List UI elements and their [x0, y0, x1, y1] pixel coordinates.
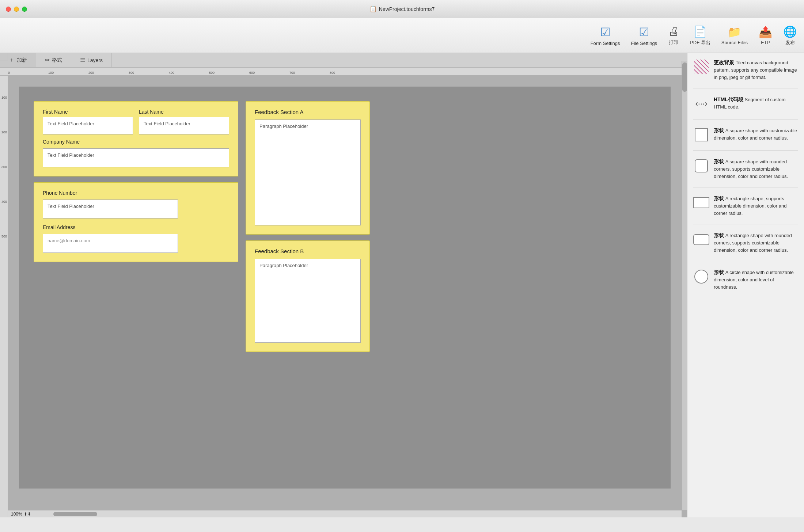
html-code-icon: ‹···›	[695, 99, 708, 109]
publish-label: 发布	[785, 39, 795, 46]
file-settings-icon: ☑	[639, 25, 649, 39]
email-address-label: Email Address	[43, 224, 229, 230]
zoom-bar: 100% ⬆⬇	[8, 510, 682, 517]
shape-rect-title: 形状	[714, 195, 724, 201]
format-icon: ✏	[45, 57, 50, 64]
form-section-2: Phone Number Text Field Placeholder Emai…	[34, 182, 238, 262]
source-files-icon: 📁	[728, 26, 741, 38]
zoom-stepper[interactable]: ⬆⬇	[24, 512, 31, 517]
html-code-title: HTML代码段	[714, 96, 743, 102]
phone-number-label: Phone Number	[43, 190, 229, 196]
tab-format[interactable]: ✏ 格式	[36, 53, 71, 67]
ruler-corner	[0, 53, 8, 61]
name-row: First Name Text Field Placeholder Last N…	[43, 109, 229, 134]
html-code-text: HTML代码段 Segment of custom HTML code.	[714, 96, 798, 111]
shape-square-rounded-icon-box	[693, 158, 709, 174]
shape-circle-description: A circle shape with customizable dimensi…	[714, 270, 794, 290]
panel-item-html-code[interactable]: ‹···› HTML代码段 Segment of custom HTML cod…	[693, 96, 798, 112]
shape-square-rounded-icon	[695, 159, 708, 172]
panel-item-shape-rect-rounded[interactable]: 形状 A rectangle shape with rounded corner…	[693, 232, 798, 254]
feedback-section-a: Feedback Section A Paragraph Placeholder	[246, 101, 370, 235]
background-icon	[694, 60, 709, 74]
canvas-scroll[interactable]: First Name Text Field Placeholder Last N…	[8, 76, 682, 510]
email-address-field[interactable]: name@domain.com	[43, 234, 178, 253]
phone-number-group: Phone Number Text Field Placeholder	[43, 190, 229, 218]
panel-item-shape-circle[interactable]: 形状 A circle shape with customizable dime…	[693, 269, 798, 290]
first-name-group: First Name Text Field Placeholder	[43, 109, 133, 134]
zoom-level: 100%	[11, 512, 22, 517]
main-layout: ＋ 加新 ✏ 格式 ☰ Layers 0 100 200 300 400 500	[0, 53, 804, 517]
print-button[interactable]: 🖨 打印	[668, 25, 679, 46]
add-new-icon: ＋	[9, 56, 15, 64]
last-name-field[interactable]: Text Field Placeholder	[139, 117, 229, 134]
background-title: 更改背景	[714, 60, 734, 65]
tabbar: ＋ 加新 ✏ 格式 ☰ Layers	[0, 53, 687, 68]
titlebar: 📋 NewProject.touchforms7	[0, 0, 804, 18]
shape-circle-text: 形状 A circle shape with customizable dime…	[714, 269, 798, 290]
file-settings-label: File Settings	[631, 41, 657, 46]
panel-item-background[interactable]: 更改背景 Tiled canvas background pattern, su…	[693, 59, 798, 81]
source-files-button[interactable]: 📁 Source Files	[721, 26, 748, 45]
feedback-b-field[interactable]: Paragraph Placeholder	[255, 259, 361, 343]
divider-5	[693, 224, 798, 224]
background-icon-box	[693, 59, 709, 75]
vertical-scrollbar[interactable]	[682, 61, 687, 510]
print-icon: 🖨	[668, 25, 679, 38]
shape-square-text: 形状 A square shape with customizable dime…	[714, 127, 798, 142]
background-text: 更改背景 Tiled canvas background pattern, su…	[714, 59, 798, 81]
form-settings-button[interactable]: ☑ Form Settings	[591, 25, 620, 46]
shape-square-rounded-text: 形状 A square shape with rounded corners, …	[714, 158, 798, 180]
shape-rect-text: 形状 A rectangle shape, supports customiza…	[714, 195, 798, 217]
tab-layers[interactable]: ☰ Layers	[71, 53, 112, 67]
shape-rect-rounded-text: 形状 A rectangle shape with rounded corner…	[714, 232, 798, 254]
last-name-group: Last Name Text Field Placeholder	[139, 109, 229, 134]
ftp-icon: 📤	[759, 26, 772, 38]
left-column: First Name Text Field Placeholder Last N…	[34, 101, 238, 262]
canvas-area[interactable]: ＋ 加新 ✏ 格式 ☰ Layers 0 100 200 300 400 500	[0, 53, 687, 517]
divider-2	[693, 119, 798, 119]
layers-icon: ☰	[80, 57, 85, 64]
divider-6	[693, 261, 798, 261]
phone-number-field[interactable]: Text Field Placeholder	[43, 200, 178, 218]
ftp-button[interactable]: 📤 FTP	[759, 26, 772, 45]
traffic-lights	[6, 7, 27, 12]
company-name-field[interactable]: Text Field Placeholder	[43, 148, 229, 167]
shape-circle-icon	[694, 270, 708, 284]
maximize-button[interactable]	[22, 7, 27, 12]
publish-button[interactable]: 🌐 发布	[783, 25, 797, 46]
email-address-group: Email Address name@domain.com	[43, 224, 229, 253]
first-name-label: First Name	[43, 109, 133, 115]
panel-item-shape-square[interactable]: 形状 A square shape with customizable dime…	[693, 127, 798, 143]
close-button[interactable]	[6, 7, 11, 12]
app-icon: 📋	[369, 5, 377, 12]
ftp-label: FTP	[761, 40, 770, 45]
ruler-top: 0 100 200 300 400 500 600 700 800	[0, 68, 682, 76]
shape-circle-title: 形状	[714, 269, 724, 275]
panel-item-shape-square-rounded[interactable]: 形状 A square shape with rounded corners, …	[693, 158, 798, 180]
shape-rect-icon	[693, 197, 709, 208]
feedback-section-b: Feedback Section B Paragraph Placeholder	[246, 240, 370, 352]
panel-item-shape-rect[interactable]: 形状 A rectangle shape, supports customiza…	[693, 195, 798, 217]
file-settings-button[interactable]: ☑ File Settings	[631, 25, 657, 46]
shape-square-description: A square shape with customizable dimensi…	[714, 128, 797, 141]
source-files-label: Source Files	[721, 40, 748, 45]
print-label: 打印	[669, 39, 678, 46]
first-name-field[interactable]: Text Field Placeholder	[43, 117, 133, 134]
shape-rect-rounded-icon-box	[693, 232, 709, 248]
last-name-label: Last Name	[139, 109, 229, 115]
publish-icon: 🌐	[783, 25, 797, 38]
company-name-group: Company Name Text Field Placeholder	[43, 139, 229, 167]
shape-rect-rounded-title: 形状	[714, 232, 724, 238]
shape-square-rounded-title: 形状	[714, 159, 724, 164]
form-settings-icon: ☑	[600, 25, 611, 39]
scrollbar-thumb-v[interactable]	[682, 62, 687, 92]
scrollbar-thumb-h[interactable]	[53, 512, 97, 516]
form-settings-label: Form Settings	[591, 41, 620, 46]
feedback-a-field[interactable]: Paragraph Placeholder	[255, 119, 361, 225]
shape-square-rounded-description: A square shape with rounded corners, sup…	[714, 159, 788, 179]
pdf-export-button[interactable]: 📄 PDF 导出	[690, 25, 710, 46]
minimize-button[interactable]	[14, 7, 19, 12]
feedback-a-title: Feedback Section A	[255, 109, 361, 115]
shape-rect-rounded-icon	[693, 234, 709, 245]
divider-1	[693, 88, 798, 88]
